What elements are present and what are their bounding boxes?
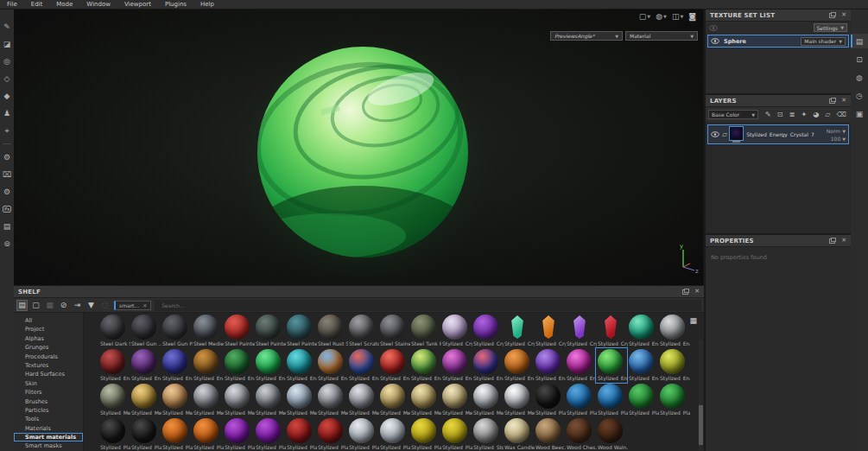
close-icon[interactable]: ✕ — [841, 12, 846, 18]
category-materials[interactable]: Materials — [14, 424, 83, 433]
material-item[interactable]: Stylized_Me... — [192, 383, 223, 417]
material-item[interactable]: Stylized_En... — [658, 348, 689, 383]
projection-tool-icon[interactable]: ◎ — [0, 53, 14, 70]
material-item[interactable]: Stylized_Pla... — [161, 417, 192, 451]
new-resource-icon[interactable]: ▢ — [30, 300, 41, 311]
layers-header[interactable]: LAYERS ✕ — [706, 95, 851, 107]
material-item[interactable]: Wax Candle — [503, 417, 534, 451]
undock-icon[interactable] — [829, 13, 835, 18]
category-procedurals[interactable]: Procedurals — [14, 353, 83, 361]
dock-environment-icon[interactable]: ◍ — [851, 70, 868, 85]
material-item[interactable]: Stylized_Pla... — [627, 383, 658, 417]
material-item[interactable]: Stylized_Cry... — [534, 314, 565, 348]
material-item[interactable]: Stylized_En... — [627, 348, 658, 383]
category-smart-materials[interactable]: Smart materials — [14, 433, 83, 441]
menu-edit[interactable]: Edit — [24, 0, 50, 10]
close-icon[interactable]: ✕ — [841, 98, 846, 104]
material-item[interactable]: Stylized_Pla... — [409, 417, 440, 451]
material-item[interactable]: Stylized_Me... — [285, 383, 316, 417]
material-item[interactable]: Stylized_Pla... — [254, 417, 285, 451]
material-item[interactable]: Stylized_Me... — [347, 383, 378, 417]
category-hard-surfaces[interactable]: Hard Surfaces — [14, 370, 83, 378]
menu-mode[interactable]: Mode — [49, 0, 79, 10]
undock-icon[interactable] — [829, 238, 835, 244]
material-item[interactable]: Stylized_Pla... — [347, 417, 378, 451]
material-item[interactable]: Stylized_Me... — [378, 383, 409, 417]
category-skin[interactable]: Skin — [14, 379, 83, 388]
menu-file[interactable]: File — [0, 0, 24, 10]
menu-window[interactable]: Window — [79, 0, 117, 10]
category-particles[interactable]: Particles — [14, 406, 83, 415]
material-item[interactable]: Stylized_En... — [347, 348, 378, 383]
eraser-tool-icon[interactable]: ◪ — [0, 35, 14, 53]
channel-dropdown[interactable]: Base Color ▼ — [708, 110, 758, 119]
material-item[interactable]: Stylized_Me... — [223, 383, 254, 417]
add-group-icon[interactable]: ≣ — [789, 111, 795, 118]
category-brushes[interactable]: Brushes — [14, 397, 83, 406]
eye-icon[interactable] — [711, 38, 719, 44]
eye-icon[interactable] — [711, 131, 719, 137]
polygon-fill-tool-icon[interactable]: ◇ — [0, 70, 14, 87]
add-paint-layer-icon[interactable]: ✎ — [765, 111, 771, 118]
material-item[interactable]: Stylized_Pla... — [378, 417, 409, 451]
material-item[interactable]: Stylized_Pla... — [192, 417, 223, 451]
layer-thumbnail[interactable] — [730, 127, 743, 140]
material-item[interactable]: Stylized_Pla... — [658, 383, 689, 417]
material-item[interactable]: Steel Stained — [378, 314, 409, 348]
material-item[interactable]: Stylized_Me... — [409, 383, 440, 417]
material-item[interactable]: Stylized_En... — [627, 314, 658, 348]
category-textures[interactable]: Textures — [14, 361, 83, 370]
search-input[interactable]: Search... — [155, 300, 701, 311]
material-item[interactable]: Stylized_Pla... — [130, 417, 161, 451]
open-folder-icon[interactable]: ▤ — [16, 300, 28, 311]
category-tools[interactable]: Tools — [14, 415, 83, 423]
material-item[interactable]: Stylized_Me... — [98, 383, 130, 417]
add-fill-layer-icon[interactable]: ⊡ — [777, 111, 783, 118]
material-item[interactable]: Stylized_Pla... — [440, 417, 472, 451]
material-item[interactable]: Wood Waln... — [596, 417, 627, 451]
close-icon[interactable]: ✕ — [841, 238, 846, 244]
texture-set-row-sphere[interactable]: Sphere Main shader ▼ — [707, 35, 849, 48]
sphere-model[interactable] — [14, 10, 704, 285]
add-mask-icon[interactable]: ◕ — [813, 111, 819, 118]
export-resources-icon[interactable]: ⇥ — [72, 300, 83, 311]
environment-settings-icon[interactable]: ◍▼ — [656, 12, 667, 21]
material-item[interactable]: Stylized_Pla... — [565, 383, 596, 417]
material-item[interactable]: Stylized_En... — [161, 348, 192, 383]
screenshot-icon[interactable]: ◙ — [688, 12, 696, 21]
view-mode-dropdown[interactable]: Material ▼ — [625, 31, 698, 41]
material-item[interactable]: Wood Ches... — [565, 417, 596, 451]
category-filters[interactable]: Filters — [14, 388, 83, 397]
scrollbar-thumb[interactable] — [699, 405, 703, 445]
material-item[interactable]: Stylized_En... — [565, 348, 596, 383]
material-item[interactable]: Steel Painte... — [285, 314, 316, 348]
material-item[interactable]: Stylized_En... — [223, 348, 254, 383]
3d-viewport[interactable]: ▢▼◍▼◫▼◙ PreviewsAngle* ▼ Material ▼ y z — [14, 10, 704, 285]
category-grunges[interactable]: Grunges — [14, 343, 83, 352]
scrollbar[interactable] — [699, 340, 703, 450]
material-item[interactable]: Stylized_Cry... — [596, 314, 627, 348]
material-item[interactable]: Steel Tank P... — [409, 314, 440, 348]
material-item[interactable]: Stylized_En... — [378, 348, 409, 383]
settings-button[interactable]: Settings ▼ — [814, 23, 847, 32]
material-item[interactable]: Stylized_En... — [130, 348, 161, 383]
material-item[interactable]: Stylized_Me... — [130, 383, 161, 417]
dock-history-icon[interactable]: ◷ — [851, 88, 868, 103]
material-item[interactable]: Steel Dark S... — [98, 314, 130, 348]
smudge-tool-icon[interactable]: ◆ — [0, 87, 14, 105]
material-item[interactable]: Steel Rust S... — [316, 314, 347, 348]
material-item[interactable]: Stylized_En... — [472, 348, 503, 383]
pending-icon[interactable]: ◌ — [99, 300, 111, 311]
material-item[interactable]: Stylized_Cry... — [472, 314, 503, 348]
display-frame-icon[interactable]: ⌧ — [0, 166, 14, 183]
material-item[interactable]: Steel Scratc... — [347, 314, 378, 348]
texture-set-list-header[interactable]: TEXTURE SET LIST ✕ — [706, 10, 851, 22]
document-icon[interactable]: ▤ — [0, 218, 14, 235]
material-item[interactable]: Stylized_En... — [285, 348, 316, 383]
material-item[interactable]: Steel Painte... — [254, 314, 285, 348]
material-item[interactable]: Stylized_En... — [658, 314, 689, 348]
material-item[interactable]: Stylized_Pla... — [223, 417, 254, 451]
material-item[interactable]: Stylized_Cry... — [503, 314, 534, 348]
remove-filter-icon[interactable]: ✕ — [143, 302, 147, 308]
material-picker-tool-icon[interactable]: ⌖ — [0, 122, 14, 139]
